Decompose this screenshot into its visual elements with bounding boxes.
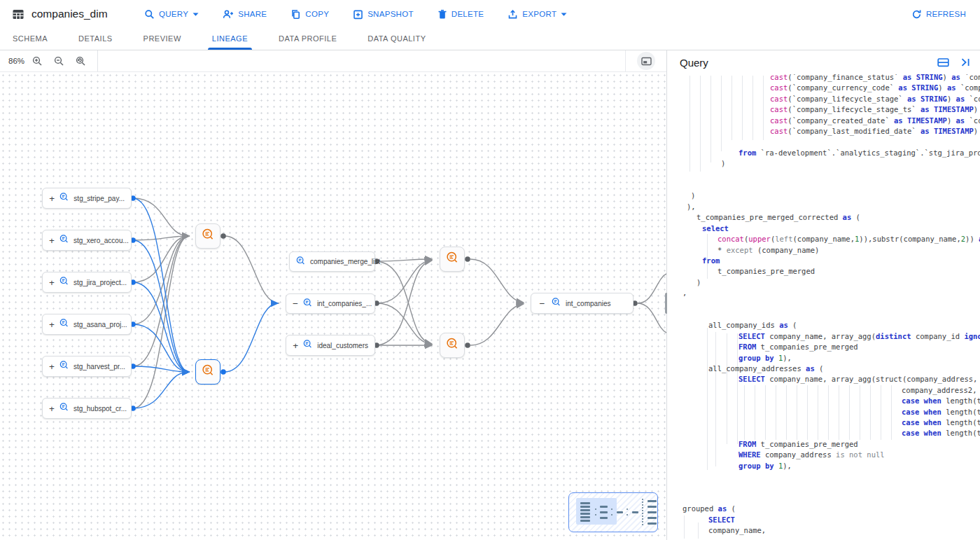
node-label: stg_hubspot_cr... [74,405,127,413]
zoom-in-icon[interactable] [32,56,43,67]
code-line: * except (company_name) [669,245,980,256]
copy-button[interactable]: COPY [290,9,329,20]
table-lineage-icon [59,318,69,331]
table-lineage-icon [59,234,69,247]
search-icon [144,9,155,20]
top-toolbar: companies_dim QUERY SHARE COPY SNAPSHOT [0,0,980,29]
query-panel-header: Query [667,50,980,74]
code-line [669,299,980,310]
minimap-dot [595,508,596,510]
minimap-toggle-wrap [625,50,666,71]
query-panel: Query cast(`company_finance_status` as S… [667,50,980,540]
node-label: companies_merge_list [310,258,380,265]
minimap-node-bar [648,511,657,513]
sql-code-area[interactable]: cast(`company_finance_status` as STRING)… [667,74,980,540]
code-line: company_address2, [669,385,980,396]
zoom-reset-icon[interactable] [76,56,86,67]
tab-data-quality[interactable]: DATA QUALITY [368,28,426,50]
query-job-node[interactable] [195,223,220,249]
minimap-node-bar [632,511,638,513]
minimap-node-bar [600,506,608,508]
node-int-companies[interactable]: − int_companies [531,293,634,314]
code-line: case when length(t [669,428,980,438]
minimap-dot [642,513,643,514]
query-job-node[interactable] [440,333,465,358]
minimap-dot [642,507,643,508]
expand-button[interactable]: + [49,194,55,203]
snapshot-button[interactable]: SNAPSHOT [353,9,414,20]
table-lineage-icon [59,192,69,205]
code-line: select [669,223,980,234]
node-stg-xero[interactable]: + stg_xero_accou... [42,230,132,251]
tab-schema[interactable]: SCHEMA [13,28,48,50]
minimap-node-bar [580,520,590,522]
node-stg-asana[interactable]: + stg_asana_proj... [42,314,132,335]
split-view-icon[interactable] [937,57,949,68]
tab-details[interactable]: DETAILS [78,28,113,50]
node-ideal-customers[interactable]: + ideal_customers [286,335,375,356]
zoom-out-icon[interactable] [54,56,64,67]
refresh-button[interactable]: REFRESH [911,9,966,20]
node-stg-jira[interactable]: + stg_jira_project... [42,272,132,293]
node-label: stg_asana_proj... [74,321,127,328]
code-line: FROM t_companies_pre_merged [669,342,980,352]
collapse-button[interactable]: − [538,299,547,308]
query-job-node-selected[interactable] [195,359,220,385]
code-line: from `ra-development`.`analytics_staging… [669,148,980,158]
caret-down-icon [192,13,199,16]
node-stg-hubspot[interactable]: + stg_hubspot_cr... [42,398,132,419]
expand-button[interactable]: + [49,236,55,245]
code-line: cast(`company_last_modified_date` as TIM… [669,126,980,137]
collapse-button[interactable]: − [293,299,298,308]
expand-button[interactable]: + [293,341,298,350]
node-label: stg_harvest_pr... [74,363,125,371]
code-line: grouped as ( [669,504,980,514]
query-button[interactable]: QUERY [144,9,199,20]
expand-button[interactable]: + [49,362,55,371]
code-line: ), [669,202,980,212]
tab-data-profile[interactable]: DATA PROFILE [279,28,337,50]
table-lineage-icon [552,297,561,310]
minimap-dot [642,499,643,500]
node-companies-merge-list[interactable]: companies_merge_list [289,251,375,272]
expand-button[interactable]: + [49,320,55,329]
expand-button[interactable]: + [49,404,55,413]
code-line: group by 1), [669,461,980,471]
node-int-companies-expanded[interactable]: − int_companies_... [286,293,375,314]
code-line: group by 1), [669,353,980,364]
minimap-dot [642,501,643,503]
node-stg-stripe[interactable]: + stg_stripe_pay... [42,188,132,209]
minimap-dot [595,514,596,515]
tab-lineage[interactable]: LINEAGE [212,28,248,50]
code-line: SELECT company_name, array_agg(distinct … [669,331,980,342]
toolbar-divider [97,50,98,71]
expand-button[interactable]: + [49,278,55,287]
node-stg-harvest[interactable]: + stg_harvest_pr... [42,356,132,377]
table-lineage-icon [59,276,69,289]
minimap-toggle-button[interactable] [637,52,655,70]
query-job-icon [446,338,459,354]
code-line [669,310,980,320]
minimap-node-bar [617,511,623,513]
tab-bar: SCHEMA DETAILS PREVIEW LINEAGE DATA PROF… [0,28,980,50]
table-lineage-icon [303,339,312,352]
query-job-node[interactable] [440,247,465,272]
export-button[interactable]: EXPORT [507,9,567,20]
code-line: t_companies_pre_merged_corrected as ( [669,212,980,223]
table-lineage-icon [296,256,305,268]
code-line: WHERE company_address is not null [669,450,980,460]
minimap-node-bar [648,517,657,519]
code-line: ) [669,277,980,288]
share-button[interactable]: SHARE [223,9,267,20]
collapse-panel-icon[interactable] [961,57,970,67]
minimap[interactable] [568,492,658,532]
lineage-canvas[interactable]: + stg_stripe_pay... + stg_xero_accou... … [0,72,666,540]
code-line: cast(`company_created_date` as TIMESTAMP… [669,116,980,126]
minimap-dot [642,515,643,517]
code-line: all_company_ids as ( [669,320,980,331]
minimap-dot [642,518,643,520]
delete-button[interactable]: DELETE [438,9,484,20]
tab-preview[interactable]: PREVIEW [144,28,181,50]
code-line: case when length(t [669,407,980,417]
code-line: , [669,288,980,298]
